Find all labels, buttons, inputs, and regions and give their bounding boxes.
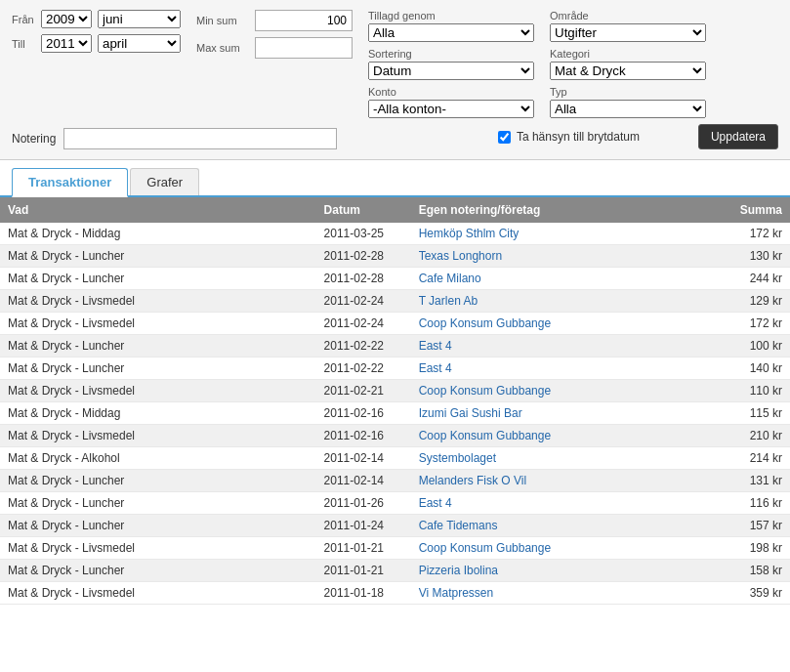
cell-datum: 2011-03-25 bbox=[316, 223, 411, 245]
cell-vad: Mat & Dryck - Livsmedel bbox=[0, 313, 316, 335]
from-row: Från 2009 2008201020112012 januarifebrua… bbox=[12, 10, 181, 28]
cell-notering[interactable]: East 4 bbox=[411, 335, 687, 357]
table-container: Vad Datum Egen notering/företag Summa Ma… bbox=[0, 197, 790, 605]
cell-summa: 172 kr bbox=[687, 223, 790, 245]
sum-group: Min sum Max sum bbox=[196, 10, 353, 59]
cell-summa: 129 kr bbox=[687, 290, 790, 313]
cell-datum: 2011-02-28 bbox=[316, 245, 411, 268]
cell-notering[interactable]: Cafe Milano bbox=[411, 268, 687, 290]
cell-vad: Mat & Dryck - Middag bbox=[0, 223, 316, 245]
cell-notering[interactable]: Coop Konsum Gubbange bbox=[411, 380, 687, 402]
cell-summa: 210 kr bbox=[687, 425, 790, 447]
month-to-select[interactable]: januarifebruarimars april majjunijuliaug… bbox=[98, 34, 181, 53]
konto-filter: Konto -Alla konton- bbox=[368, 86, 534, 118]
cell-summa: 131 kr bbox=[687, 470, 790, 492]
cell-vad: Mat & Dryck - Luncher bbox=[0, 492, 316, 515]
tabs-container: Transaktioner Grafer bbox=[0, 160, 790, 197]
table-row: Mat & Dryck - Alkohol2011-02-14Systembol… bbox=[0, 447, 790, 470]
tillagd-select[interactable]: Alla bbox=[368, 23, 534, 42]
table-row: Mat & Dryck - Luncher2011-01-21Pizzeria … bbox=[0, 560, 790, 582]
table-row: Mat & Dryck - Livsmedel2011-01-18Vi Matp… bbox=[0, 582, 790, 605]
cell-vad: Mat & Dryck - Livsmedel bbox=[0, 582, 316, 605]
cell-datum: 2011-01-21 bbox=[316, 537, 411, 560]
cell-vad: Mat & Dryck - Alkohol bbox=[0, 447, 316, 470]
typ-label: Typ bbox=[550, 86, 706, 98]
table-row: Mat & Dryck - Middag2011-02-16Izumi Gai … bbox=[0, 402, 790, 425]
kategori-label: Kategori bbox=[550, 48, 706, 60]
cell-notering[interactable]: Vi Matpressen bbox=[411, 582, 687, 605]
cell-summa: 158 kr bbox=[687, 560, 790, 582]
cell-summa: 110 kr bbox=[687, 380, 790, 402]
cell-vad: Mat & Dryck - Livsmedel bbox=[0, 425, 316, 447]
cell-summa: 157 kr bbox=[687, 515, 790, 537]
cell-summa: 214 kr bbox=[687, 447, 790, 470]
cell-notering[interactable]: Pizzeria Ibolina bbox=[411, 560, 687, 582]
year-from-select[interactable]: 2009 2008201020112012 bbox=[41, 10, 92, 28]
cell-datum: 2011-02-21 bbox=[316, 380, 411, 402]
min-sum-row: Min sum bbox=[196, 10, 353, 31]
cell-summa: 172 kr bbox=[687, 313, 790, 335]
cell-notering[interactable]: Izumi Gai Sushi Bar bbox=[411, 402, 687, 425]
month-from-select[interactable]: januarifebruarimarsaprilmaj juni juliaug… bbox=[98, 10, 181, 28]
cell-notering[interactable]: Coop Konsum Gubbange bbox=[411, 313, 687, 335]
filter-section: Från 2009 2008201020112012 januarifebrua… bbox=[0, 0, 790, 160]
notering-input[interactable] bbox=[63, 128, 337, 149]
table-row: Mat & Dryck - Livsmedel2011-02-24Coop Ko… bbox=[0, 313, 790, 335]
cell-datum: 2011-01-24 bbox=[316, 515, 411, 537]
cell-datum: 2011-02-24 bbox=[316, 290, 411, 313]
cell-notering[interactable]: Systembolaget bbox=[411, 447, 687, 470]
col-summa: Summa bbox=[687, 197, 790, 223]
cell-notering[interactable]: T Jarlen Ab bbox=[411, 290, 687, 313]
max-sum-row: Max sum bbox=[196, 37, 353, 59]
max-sum-input[interactable] bbox=[255, 37, 353, 59]
cell-datum: 2011-02-22 bbox=[316, 335, 411, 357]
table-row: Mat & Dryck - Luncher2011-02-28Texas Lon… bbox=[0, 245, 790, 268]
right-filters: Område Utgifter Kategori Mat & Dryck Typ… bbox=[550, 10, 706, 118]
cell-summa: 100 kr bbox=[687, 335, 790, 357]
tillagd-label: Tillagd genom bbox=[368, 10, 534, 21]
sortering-select[interactable]: Datum bbox=[368, 62, 534, 80]
middle-filters: Tillagd genom Alla Sortering Datum Konto… bbox=[368, 10, 534, 118]
table-row: Mat & Dryck - Luncher2011-02-22East 4100… bbox=[0, 335, 790, 357]
cell-notering[interactable]: East 4 bbox=[411, 492, 687, 515]
table-row: Mat & Dryck - Livsmedel2011-02-24T Jarle… bbox=[0, 290, 790, 313]
filter-row-top: Från 2009 2008201020112012 januarifebrua… bbox=[12, 10, 778, 118]
tab-transaktioner[interactable]: Transaktioner bbox=[12, 168, 128, 197]
cell-notering[interactable]: Cafe Tidemans bbox=[411, 515, 687, 537]
cell-summa: 116 kr bbox=[687, 492, 790, 515]
omrade-filter: Område Utgifter bbox=[550, 10, 706, 42]
kategori-select[interactable]: Mat & Dryck bbox=[550, 62, 706, 80]
cell-vad: Mat & Dryck - Livsmedel bbox=[0, 290, 316, 313]
konto-select[interactable]: -Alla konton- bbox=[368, 100, 534, 118]
table-row: Mat & Dryck - Livsmedel2011-02-16Coop Ko… bbox=[0, 425, 790, 447]
cell-notering[interactable]: Coop Konsum Gubbange bbox=[411, 425, 687, 447]
update-button[interactable]: Uppdatera bbox=[698, 124, 778, 149]
cell-vad: Mat & Dryck - Luncher bbox=[0, 245, 316, 268]
year-to-select[interactable]: 200820092010 2011 2012 bbox=[41, 34, 92, 53]
cell-notering[interactable]: Melanders Fisk O Vil bbox=[411, 470, 687, 492]
cell-datum: 2011-01-21 bbox=[316, 560, 411, 582]
sortering-filter: Sortering Datum bbox=[368, 48, 534, 80]
omrade-select[interactable]: Utgifter bbox=[550, 23, 706, 42]
min-sum-input[interactable] bbox=[255, 10, 353, 31]
table-row: Mat & Dryck - Luncher2011-02-28Cafe Mila… bbox=[0, 268, 790, 290]
cell-vad: Mat & Dryck - Livsmedel bbox=[0, 380, 316, 402]
cell-datum: 2011-02-14 bbox=[316, 470, 411, 492]
cell-notering[interactable]: East 4 bbox=[411, 357, 687, 380]
cell-vad: Mat & Dryck - Luncher bbox=[0, 268, 316, 290]
checkbox-row: Ta hänsyn till brytdatum bbox=[498, 130, 640, 144]
notering-row: Notering bbox=[12, 128, 337, 149]
cell-notering[interactable]: Hemköp Sthlm City bbox=[411, 223, 687, 245]
typ-select[interactable]: Alla bbox=[550, 100, 706, 118]
table-row: Mat & Dryck - Luncher2011-01-24Cafe Tide… bbox=[0, 515, 790, 537]
table-row: Mat & Dryck - Livsmedel2011-01-21Coop Ko… bbox=[0, 537, 790, 560]
tab-grafer[interactable]: Grafer bbox=[130, 168, 199, 195]
cell-notering[interactable]: Texas Longhorn bbox=[411, 245, 687, 268]
brytdatum-checkbox[interactable] bbox=[498, 131, 511, 144]
cell-notering[interactable]: Coop Konsum Gubbange bbox=[411, 537, 687, 560]
notering-label: Notering bbox=[12, 132, 56, 146]
table-row: Mat & Dryck - Luncher2011-02-14Melanders… bbox=[0, 470, 790, 492]
cell-datum: 2011-02-28 bbox=[316, 268, 411, 290]
checkbox-label: Ta hänsyn till brytdatum bbox=[517, 130, 640, 144]
cell-vad: Mat & Dryck - Luncher bbox=[0, 515, 316, 537]
